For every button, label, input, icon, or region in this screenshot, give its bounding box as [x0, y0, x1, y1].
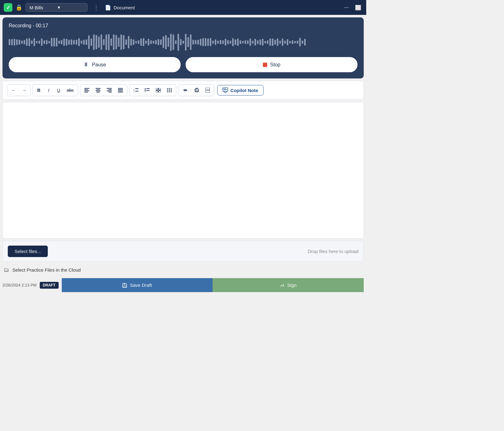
- select-files-button[interactable]: Select files...: [8, 246, 48, 257]
- underline-button[interactable]: U: [54, 86, 63, 95]
- cloud-files-row[interactable]: 🗂 Select Practice Files in the Cloud: [2, 264, 364, 276]
- svg-rect-11: [108, 92, 112, 92]
- svg-rect-12: [118, 88, 123, 89]
- italic-button[interactable]: I: [44, 86, 53, 95]
- stop-label: Stop: [270, 62, 281, 68]
- menu-icon[interactable]: ⋮: [91, 2, 102, 12]
- strikethrough-button[interactable]: abc: [64, 86, 76, 95]
- pause-icon: ⏸: [83, 61, 89, 68]
- svg-point-40: [195, 90, 196, 90]
- sign-label: Sign: [287, 282, 297, 288]
- numbered-list-button[interactable]: 1.2.: [131, 86, 141, 95]
- svg-text:PDF: PDF: [206, 89, 210, 91]
- svg-point-20: [145, 88, 146, 90]
- undo-button[interactable]: ←: [9, 86, 18, 95]
- svg-text:2.: 2.: [133, 91, 135, 92]
- patient-dropdown[interactable]: M Bills ▾: [25, 3, 88, 12]
- draft-badge: DRAFT: [40, 282, 59, 289]
- svg-rect-36: [171, 91, 172, 92]
- pause-label: Pause: [92, 62, 106, 68]
- bold-button[interactable]: B: [34, 86, 43, 95]
- document-label: Document: [114, 5, 135, 10]
- copilot-note-button[interactable]: Copilot Note: [217, 85, 263, 96]
- sign-button[interactable]: Sign: [213, 278, 364, 292]
- drop-text: Drop files here to upload: [308, 249, 358, 254]
- sign-icon: [280, 283, 285, 288]
- window-controls: — ⬜: [343, 3, 362, 12]
- minimize-button[interactable]: —: [343, 3, 350, 11]
- svg-rect-34: [167, 91, 168, 92]
- save-draft-icon: [122, 283, 127, 288]
- history-group: ← →: [7, 84, 31, 96]
- print-button[interactable]: [192, 86, 202, 95]
- svg-rect-9: [108, 89, 112, 90]
- align-group: [80, 84, 127, 96]
- editor-area[interactable]: [2, 102, 364, 238]
- svg-rect-46: [124, 286, 126, 287]
- svg-rect-47: [124, 283, 125, 285]
- svg-rect-0: [84, 88, 89, 89]
- stop-icon: [263, 63, 267, 67]
- svg-rect-14: [118, 91, 123, 91]
- pause-button[interactable]: ⏸ Pause: [9, 57, 181, 72]
- svg-rect-8: [107, 88, 112, 89]
- align-justify-button[interactable]: [115, 86, 125, 95]
- align-center-button[interactable]: [93, 86, 103, 95]
- list-group: 1.2.: [129, 84, 176, 96]
- cloud-folder-icon: 🗂: [4, 267, 9, 273]
- svg-rect-25: [159, 88, 161, 90]
- svg-rect-6: [96, 91, 101, 91]
- link-button[interactable]: [180, 86, 191, 95]
- bottom-info: 2/28/2024 2:13 PM DRAFT: [2, 279, 59, 292]
- svg-rect-35: [169, 91, 170, 92]
- svg-rect-31: [167, 90, 168, 91]
- align-right-button[interactable]: [104, 86, 114, 95]
- svg-point-22: [145, 90, 146, 91]
- editor-toolbar: ← → B I U abc 1.2.: [2, 81, 364, 100]
- patient-name: M Bills: [29, 5, 55, 10]
- pdf-button[interactable]: PDF: [203, 86, 212, 95]
- svg-rect-32: [169, 90, 170, 91]
- recording-controls: ⏸ Pause Stop: [9, 57, 358, 72]
- svg-rect-23: [146, 90, 150, 91]
- svg-rect-7: [96, 92, 100, 92]
- grid-button[interactable]: [164, 86, 174, 95]
- svg-rect-44: [223, 89, 226, 89]
- lock-icon: 🔒: [16, 4, 22, 11]
- document-icon: 📄: [105, 5, 111, 11]
- align-left-button[interactable]: [82, 86, 92, 95]
- svg-rect-19: [135, 91, 138, 91]
- waveform: [9, 33, 358, 51]
- check-icon: ✓: [4, 3, 12, 12]
- format-group: B I U abc: [33, 84, 78, 96]
- svg-rect-28: [167, 88, 168, 89]
- svg-rect-1: [84, 89, 88, 90]
- copilot-icon: [223, 87, 228, 93]
- svg-rect-45: [223, 90, 227, 90]
- insert-group: PDF: [178, 84, 214, 96]
- svg-rect-17: [135, 88, 138, 89]
- cloud-files-label: Select Practice Files in the Cloud: [12, 267, 81, 273]
- save-draft-button[interactable]: Save Draft: [62, 278, 213, 292]
- maximize-button[interactable]: ⬜: [354, 3, 362, 12]
- svg-rect-26: [156, 91, 158, 92]
- svg-rect-30: [171, 88, 172, 89]
- timestamp: 2/28/2024 2:13 PM: [2, 283, 37, 287]
- svg-rect-13: [118, 89, 123, 90]
- table-button[interactable]: [153, 86, 163, 95]
- recording-label: Recording - 00:17: [9, 23, 358, 29]
- svg-rect-15: [118, 92, 123, 92]
- svg-rect-4: [96, 88, 101, 89]
- recording-panel: Recording - 00:17 ⏸ Pause Stop: [2, 17, 364, 78]
- svg-rect-5: [96, 89, 100, 90]
- svg-rect-3: [84, 92, 88, 92]
- stop-button[interactable]: Stop: [186, 57, 358, 72]
- svg-rect-10: [107, 91, 112, 91]
- doc-label: 📄 Document: [105, 5, 135, 11]
- svg-rect-2: [84, 91, 89, 91]
- bullet-list-button[interactable]: [142, 86, 152, 95]
- redo-button[interactable]: →: [20, 86, 29, 95]
- svg-rect-27: [159, 91, 161, 92]
- svg-rect-33: [171, 90, 172, 91]
- file-upload-area: Select files... Drop files here to uploa…: [2, 241, 364, 262]
